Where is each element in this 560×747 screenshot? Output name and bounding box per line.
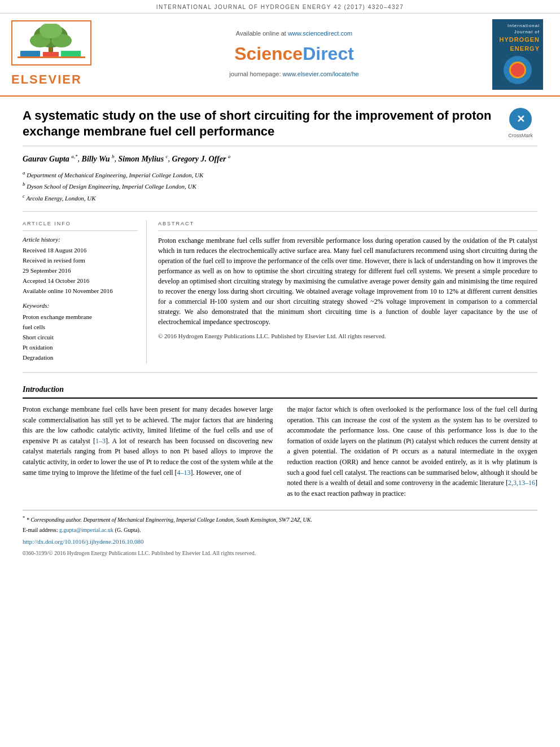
he-logo-box: International Journal of HYDROGEN ENERGY (492, 19, 543, 90)
elsevier-brand-text: ELSEVIER (11, 71, 102, 89)
keyword-1: Proton exchange membrane (23, 313, 138, 322)
email-name: (G. Gupta). (115, 527, 141, 533)
abstract-col: ABSTRACT Proton exchange membrane fuel c… (158, 220, 537, 363)
sciencedirect-brand: ScienceDirect (102, 41, 487, 67)
keywords-label: Keywords: (23, 302, 138, 311)
hydrogen-energy-logo: International Journal of HYDROGEN ENERGY (487, 19, 543, 90)
center-banner: Available online at www.sciencedirect.co… (102, 29, 487, 79)
abstract-label: ABSTRACT (158, 220, 537, 230)
keyword-5: Degradation (23, 353, 138, 362)
affil-a2: a (228, 154, 231, 159)
abstract-copyright: © 2016 Hydrogen Energy Publications LLC.… (158, 331, 537, 341)
ref-2-3-13-16-link[interactable]: 2,3,13–16 (508, 479, 535, 487)
history-available: Available online 10 November 2016 (23, 287, 138, 296)
introduction-section: Introduction Proton exchange membrane fu… (23, 373, 537, 499)
doi-line: http://dx.doi.org/10.1016/j.ijhydene.201… (23, 538, 537, 547)
corresponding-text: * Corresponding author. Department of Me… (27, 517, 312, 523)
journal-homepage-line: journal homepage: www.elsevier.com/locat… (102, 70, 487, 79)
svg-rect-8 (43, 52, 59, 56)
author-billy: Billy Wu (82, 154, 110, 163)
he-title: HYDROGEN (496, 36, 540, 45)
authors-section: Gaurav Gupta a,*, Billy Wu b, Simon Myli… (23, 146, 537, 209)
direct-text: Direct (303, 43, 354, 64)
intro-text-right: the major factor which is often overlook… (287, 404, 538, 499)
keyword-3: Short circuit (23, 333, 138, 342)
author-simon: Simon Mylius (119, 154, 164, 163)
article-title: A systematic study on the use of short c… (23, 108, 492, 140)
svg-rect-7 (20, 51, 40, 56)
email-link[interactable]: g.gupta@imperial.ac.uk (59, 527, 113, 533)
intro-col-left: Proton exchange membrane fuel cells have… (23, 404, 273, 499)
top-banner: ELSEVIER Available online at www.science… (0, 14, 560, 97)
history-received: Received 18 August 2016 (23, 246, 138, 255)
elsevier-logo-box (11, 20, 91, 65)
journal-homepage-label: journal homepage: (229, 71, 281, 77)
article-info-col: ARTICLE INFO Article history: Received 1… (23, 220, 147, 363)
corresponding-note: * * Corresponding author. Department of … (23, 515, 537, 525)
article-title-section: A systematic study on the use of short c… (23, 97, 537, 146)
elsevier-tree-art (15, 24, 88, 62)
author-gregory: Gregory J. Offer (172, 154, 226, 163)
elsevier-logo: ELSEVIER (11, 20, 102, 89)
svg-rect-9 (61, 51, 81, 56)
affiliation-a: a Department of Mechanical Engineering, … (23, 169, 537, 180)
affiliation-b: b Dyson School of Design Engineering, Im… (23, 181, 537, 191)
introduction-body: Proton exchange membrane fuel cells have… (23, 404, 537, 499)
authors-line: Gaurav Gupta a,*, Billy Wu b, Simon Myli… (23, 153, 537, 165)
history-accepted: Accepted 14 October 2016 (23, 277, 138, 286)
ref-1-3-link[interactable]: 1–3 (95, 437, 106, 445)
article-info-label: ARTICLE INFO (23, 220, 138, 230)
abstract-text: Proton exchange membrane fuel cells suff… (158, 235, 537, 327)
svg-rect-1 (18, 56, 85, 58)
he-badge-circle (504, 56, 532, 84)
he-energy-text: ENERGY (496, 45, 540, 54)
journal-header-bar: INTERNATIONAL JOURNAL OF HYDROGEN ENERGY… (0, 0, 560, 14)
intro-col-right: the major factor which is often overlook… (287, 404, 538, 499)
footnotes-section: * * Corresponding author. Department of … (23, 510, 537, 569)
keyword-2: fuel cells (23, 323, 138, 332)
sciencedirect-url-link[interactable]: www.sciencedirect.com (288, 30, 352, 37)
he-badge-inner (509, 62, 526, 78)
crossmark-circle: ✕ (509, 108, 532, 130)
journal-bar-text: INTERNATIONAL JOURNAL OF HYDROGEN ENERGY… (156, 4, 404, 10)
intro-text-left: Proton exchange membrane fuel cells have… (23, 404, 273, 478)
article-content: A systematic study on the use of short c… (0, 97, 560, 569)
he-subtitle: International Journal of (496, 23, 540, 36)
affil-a1: a,* (71, 154, 77, 159)
history-revised-label: Received in revised form (23, 256, 138, 265)
article-info-abstract-section: ARTICLE INFO Article history: Received 1… (23, 211, 537, 372)
available-online-text: Available online at www.sciencedirect.co… (102, 29, 487, 38)
journal-homepage-url[interactable]: www.elsevier.com/locate/he (283, 71, 359, 77)
email-footnote: E-mail address: g.gupta@imperial.ac.uk (… (23, 526, 537, 535)
science-text: Science (234, 43, 303, 64)
copyright-footer: 0360-3199/© 2016 Hydrogen Energy Publica… (23, 549, 537, 569)
affiliation-c: c Arcola Energy, London, UK (23, 193, 537, 203)
author-gaurav: Gaurav Gupta (23, 154, 69, 163)
keyword-4: Pt oxidation (23, 343, 138, 352)
affil-b1: b (112, 154, 115, 159)
doi-link[interactable]: http://dx.doi.org/10.1016/j.ijhydene.201… (23, 538, 144, 545)
history-revised-date: 29 September 2016 (23, 267, 138, 276)
email-label: E-mail address: (23, 527, 58, 533)
ref-4-13-link[interactable]: 4–13 (177, 469, 191, 477)
article-history-label: Article history: (23, 235, 138, 244)
crossmark-icon: ✕ (517, 112, 525, 126)
crossmark-label: CrossMark (504, 132, 537, 139)
introduction-heading: Introduction (23, 384, 537, 399)
crossmark-badge[interactable]: ✕ CrossMark (504, 108, 537, 139)
affil-c1: c (166, 154, 168, 159)
